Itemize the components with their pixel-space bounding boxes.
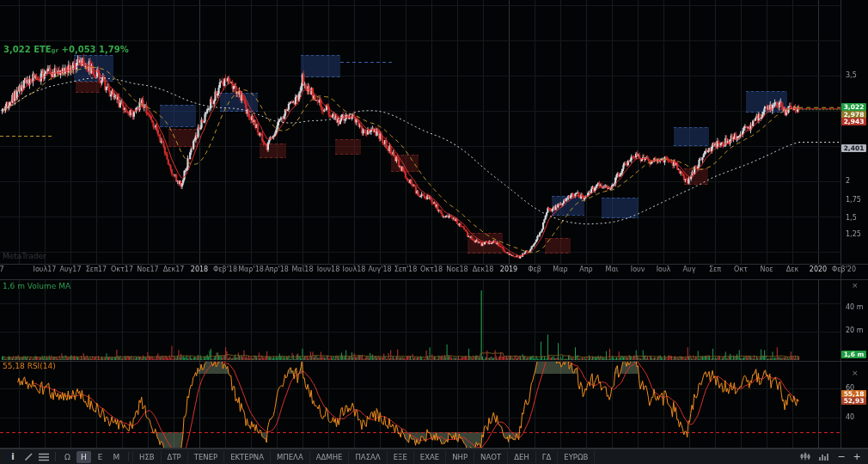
- time-axis-label: Δεκ18: [473, 266, 494, 273]
- time-axis-label: Φεβ: [528, 266, 541, 273]
- time-axis-label: Αυγ'18: [368, 266, 391, 273]
- watchlist-icon[interactable]: [36, 451, 52, 463]
- time-axis-label: 2019: [500, 266, 517, 273]
- time-axis-label: Ιουλ: [657, 266, 671, 273]
- pane-close-button[interactable]: ×: [852, 282, 859, 290]
- platform-watermark: MetaTrader: [3, 252, 46, 260]
- time-axis-label: Νοε17: [137, 266, 158, 273]
- time-axis-label: Οκτ17: [111, 266, 133, 273]
- time-axis-label: Ιουλ17: [34, 266, 57, 273]
- time-axis-label: Απρ'18: [265, 266, 289, 273]
- last-price-value: 3,022: [3, 45, 31, 54]
- toolbar-right-controls: − +: [798, 451, 863, 463]
- symbol-tab[interactable]: ΑΔΜΗΕ: [309, 451, 349, 463]
- price-legend: 3,022 ΕΤΕgr +0,053 1,79%: [3, 45, 129, 54]
- symbol-tab[interactable]: ΕΚΤΕΡΝΑ: [223, 451, 270, 463]
- time-axis-label: Ιουν: [631, 266, 645, 273]
- candlestick-chart-icon[interactable]: [798, 451, 813, 463]
- time-axis-label: Νοε18: [446, 266, 468, 273]
- time-axis-label: Νοε: [760, 266, 773, 273]
- time-axis-label: Ιουν18: [317, 266, 340, 273]
- price-change-label: +0,053 1,79%: [62, 45, 129, 54]
- symbol-tab[interactable]: ΠΑΣΑΛ: [348, 451, 386, 463]
- time-axis-label: 2020: [810, 266, 827, 273]
- info-icon[interactable]: i: [5, 451, 21, 463]
- rsi-ma-badge: 52,93: [841, 397, 866, 405]
- volume-histogram-icon[interactable]: [816, 451, 832, 463]
- chart-canvas[interactable]: [0, 0, 868, 449]
- ma-fast-badge: 2,943: [841, 118, 866, 125]
- time-axis-label: Αυγ17: [59, 266, 81, 273]
- symbol-tab[interactable]: ΔΤΡ: [161, 451, 187, 463]
- time-axis-label: Μαι: [606, 266, 619, 273]
- symbol-tab[interactable]: ΕΞΕ: [387, 451, 413, 463]
- symbol-tab[interactable]: ΤΕΝΕΡ: [187, 451, 223, 463]
- symbol-tabs: ΗΣΒΔΤΡΤΕΝΕΡΕΚΤΕΡΝΑΜΠΕΛΑΑΔΜΗΕΠΑΣΑΛΕΞΕΕΧΑΕ…: [132, 451, 595, 463]
- time-axis-label: Δεκ17: [163, 266, 185, 273]
- axis-tick-label: 1,25: [846, 230, 861, 238]
- time-axis-label: Απρ: [579, 266, 592, 273]
- time-axis-label: Μαρ: [553, 266, 567, 273]
- time-axis-label: 2018: [191, 266, 208, 273]
- time-axis-label: Μαρ'18: [238, 266, 264, 273]
- pane-close-button[interactable]: ×: [852, 369, 859, 377]
- ma-slow-badge: 2,401: [841, 144, 866, 152]
- symbol-tab[interactable]: ΕΧΑΕ: [413, 451, 445, 463]
- timeframe-group: ΩΗΕΜ: [59, 451, 125, 463]
- symbol-tab[interactable]: ΔΕΗ: [507, 451, 535, 463]
- axis-tick-label: 3,5: [846, 71, 857, 79]
- axis-tick-label: 1,5: [846, 214, 857, 222]
- axis-tick-label: 2: [846, 177, 850, 185]
- symbol-tab[interactable]: ΕΥΡΩΒ: [557, 451, 595, 463]
- timeframe-button-Ε[interactable]: Ε: [93, 451, 107, 463]
- time-axis-label: Αυγ: [683, 266, 696, 273]
- symbol-tab[interactable]: ΗΣΒ: [132, 451, 161, 463]
- axis-tick-label: 40 m: [846, 303, 864, 311]
- time-axis-label: Μαϊ18: [291, 266, 313, 273]
- time-axis-label: Δεκ: [786, 266, 799, 273]
- axis-tick-label: 20 m: [846, 327, 864, 334]
- volume-legend: 1,6 m Volume MA: [3, 282, 70, 290]
- symbol-label: ΕΤΕ: [34, 45, 51, 54]
- time-axis-label: Μαϊ17: [0, 266, 4, 273]
- toolbar-separator: [55, 452, 56, 461]
- time-axis-label: Σεπ17: [86, 266, 107, 273]
- time-axis-label: Ιουλ18: [343, 266, 366, 273]
- timeframe-button-Μ[interactable]: Μ: [109, 451, 124, 463]
- draw-pencil-icon[interactable]: [21, 451, 36, 463]
- axis-tick-label: 40: [846, 413, 854, 421]
- price-axis[interactable]: 3,521,751,51,2540 m20 m60403,0222,9782,9…: [840, 0, 868, 449]
- time-axis[interactable]: Μαϊ17Ιουλ17Αυγ17Σεπ17Οκτ17Νοε17Δεκ172018…: [0, 266, 868, 278]
- bottom-toolbar: i ΩΗΕΜ ΗΣΒΔΤΡΤΕΝΕΡΕΚΤΕΡΝΑΜΠΕΛΑΑΔΜΗΕΠΑΣΑΛ…: [0, 449, 868, 464]
- volume-badge: 1,6 m: [841, 351, 866, 358]
- timeframe-button-Η[interactable]: Η: [76, 451, 91, 463]
- rsi-legend: 55,18 RSI(14): [3, 362, 56, 370]
- time-axis-label: Σεπ'18: [394, 266, 418, 273]
- timeframe-button-Ω[interactable]: Ω: [60, 451, 75, 463]
- symbol-tab[interactable]: ΓΔ: [535, 451, 558, 463]
- symbol-tab[interactable]: ΜΠΕΛΑ: [270, 451, 309, 463]
- axis-tick-label: 1,75: [846, 196, 861, 204]
- symbol-tab[interactable]: ΝΑΟΤ: [474, 451, 507, 463]
- symbol-tab[interactable]: ΝΗΡ: [445, 451, 474, 463]
- info-icon-glyph: i: [11, 452, 14, 461]
- time-axis-label: Οκτ: [734, 266, 748, 273]
- zoom-in-button[interactable]: +: [851, 451, 863, 462]
- zoom-out-button[interactable]: −: [835, 451, 847, 462]
- exchange-label: gr: [52, 47, 58, 54]
- last-price-badge: 3,022: [841, 103, 866, 111]
- time-axis-label: Οκτ18: [420, 266, 443, 273]
- trading-chart-app: 3,022 ΕΤΕgr +0,053 1,79% MetaTrader 1,6 …: [0, 0, 868, 464]
- toolbar-separator: [128, 452, 129, 461]
- time-axis-label: Φεβ'18: [213, 266, 237, 273]
- time-axis-label: Σεπ: [709, 266, 721, 273]
